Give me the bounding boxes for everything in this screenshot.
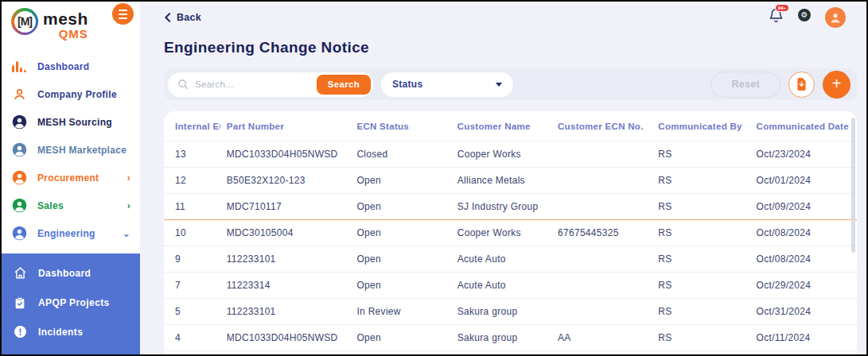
submenu-item-apqp-projects[interactable]: APQP Projects xyxy=(2,288,140,317)
submenu-item-dashboard[interactable]: Dashboard xyxy=(2,258,140,288)
back-button[interactable]: Back xyxy=(164,12,201,23)
table-cell: Oct/31/2024 xyxy=(750,299,857,325)
brand-name: mesh xyxy=(43,10,88,27)
table-row[interactable]: 11MDC710117OpenSJ Industry GroupRSOct/09… xyxy=(164,194,857,220)
sidebar-nav: Dashboard Company Profile MESH Sourcing … xyxy=(2,44,140,247)
person-icon xyxy=(11,114,27,130)
submenu-item-ecn-pcn[interactable]: ~ ECN/PCN xyxy=(2,346,140,356)
table-row[interactable]: 3MDCP11101ClosedSakura group54343436RAOc… xyxy=(164,351,857,355)
notifications-button[interactable]: 99+ xyxy=(769,7,784,27)
table-cell: Open xyxy=(350,168,450,194)
page-title: Engineering Change Notice xyxy=(164,39,857,56)
search-button[interactable]: Search xyxy=(317,75,371,95)
table-header-row: Internal ECN# Part Number ECN Status Cus… xyxy=(164,111,857,141)
menu-toggle-button[interactable] xyxy=(112,3,134,25)
table-row[interactable]: 12B50E32X120-123OpenAlliance MetalsRSOct… xyxy=(164,168,857,194)
table-cell: RS xyxy=(652,141,749,168)
column-header: Internal ECN# xyxy=(164,111,220,141)
caret-down-icon xyxy=(496,83,502,87)
back-label: Back xyxy=(177,12,201,23)
avatar[interactable] xyxy=(825,7,846,28)
export-button[interactable] xyxy=(788,72,815,98)
sidebar-item-mesh-sourcing[interactable]: MESH Sourcing xyxy=(2,108,140,136)
clipboard-check-icon xyxy=(13,296,27,310)
sidebar-header: [M] mesh QMS xyxy=(2,2,140,44)
mesh-logo-icon: [M] xyxy=(11,8,38,35)
sidebar-item-label: Procurement xyxy=(37,172,99,184)
notification-badge: 99+ xyxy=(775,4,789,12)
sidebar-item-dashboard[interactable]: Dashboard xyxy=(2,52,140,80)
table-cell: 13 xyxy=(164,141,220,168)
company-logo-icon[interactable]: ⚙ xyxy=(796,9,813,26)
submenu-item-label: Incidents xyxy=(38,327,83,338)
table-cell: Cooper Works xyxy=(451,220,551,246)
table-cell: Acute Auto xyxy=(451,246,551,273)
table-cell: 4 xyxy=(164,325,220,351)
table-cell: B50E32X120-123 xyxy=(220,168,351,194)
table-row[interactable]: 711223314OpenAcute AutoRSOct/29/2024 xyxy=(164,273,857,299)
table-row[interactable]: 13MDC1033D04H05NWSDClosedCooper WorksRSO… xyxy=(164,141,857,168)
table-cell xyxy=(551,299,652,325)
top-bar: Back 99+ ⚙ xyxy=(164,2,857,25)
table-cell: 9 xyxy=(164,246,220,273)
table-cell: 11 xyxy=(164,194,220,220)
person-icon xyxy=(11,142,27,158)
table-row[interactable]: 4MDC1033D04H05NWSDOpenSakura groupAARSOc… xyxy=(164,325,857,351)
chevron-right-icon: › xyxy=(127,172,130,184)
table-row[interactable]: 9112233101OpenAcute AutoRSOct/08/2024 xyxy=(164,246,857,273)
ecn-table: Internal ECN# Part Number ECN Status Cus… xyxy=(164,111,857,354)
chevron-left-icon xyxy=(164,13,171,22)
table-cell: Sakura group xyxy=(451,351,551,355)
sidebar-item-company-profile[interactable]: Company Profile xyxy=(2,80,140,108)
table-cell: Oct/29/2024 xyxy=(750,273,857,299)
table-cell: Open xyxy=(350,246,450,273)
add-ecn-button[interactable]: + xyxy=(823,71,850,99)
chevron-right-icon: › xyxy=(127,200,130,211)
column-header: Customer Name xyxy=(451,111,551,141)
sidebar-item-label: Sales xyxy=(37,200,64,211)
column-header: Part Number xyxy=(220,111,351,141)
table-cell: Closed xyxy=(350,141,450,168)
chevron-down-icon: ⌄ xyxy=(123,228,130,239)
sidebar-item-procurement[interactable]: Procurement › xyxy=(2,164,140,192)
person-icon xyxy=(11,87,27,103)
submenu-item-label: Dashboard xyxy=(38,268,91,279)
person-icon xyxy=(11,198,27,214)
column-header: Communicated Date xyxy=(750,111,857,141)
sidebar-item-sales[interactable]: Sales › xyxy=(2,192,140,219)
table-cell: MDCP11101 xyxy=(220,351,351,355)
table-cell: MDC30105004 xyxy=(220,220,351,246)
table-cell: Oct/09/2024 xyxy=(750,194,857,220)
sidebar-item-label: MESH Sourcing xyxy=(37,117,112,128)
table-cell: MDC710117 xyxy=(220,194,351,220)
column-header: Customer ECN No. xyxy=(551,111,652,141)
table-cell: 11223314 xyxy=(220,273,351,299)
table-cell: 12 xyxy=(164,168,220,194)
bar-chart-icon xyxy=(11,59,27,75)
sidebar-item-mesh-marketplace[interactable]: MESH Marketplace xyxy=(2,136,140,164)
table-cell: Cooper Works xyxy=(451,141,551,168)
table-cell: Open xyxy=(350,220,450,246)
main-content: Back 99+ ⚙ Engineering Change Notice xyxy=(140,2,866,354)
table-cell: Open xyxy=(350,273,450,299)
table-cell: RS xyxy=(652,168,749,194)
status-dropdown[interactable]: Status xyxy=(381,72,513,97)
submenu-item-incidents[interactable]: Incidents xyxy=(2,317,140,346)
table-scrollbar[interactable] xyxy=(851,118,855,253)
table-cell: Sakura group xyxy=(451,299,551,325)
status-dropdown-label: Status xyxy=(392,79,422,90)
table-cell: RA xyxy=(652,351,749,355)
column-header: ECN Status xyxy=(350,111,450,141)
sidebar-item-engineering[interactable]: Engineering ⌄ xyxy=(2,219,140,247)
sidebar-item-label: MESH Marketplace xyxy=(37,145,127,156)
brand-sub: QMS xyxy=(43,28,88,40)
search-input[interactable] xyxy=(195,79,310,89)
reset-button[interactable]: Reset xyxy=(710,72,780,98)
table-cell: Sakura group xyxy=(451,325,551,351)
table-row[interactable]: 10MDC30105004OpenCooper Works67675445325… xyxy=(164,220,857,246)
table-cell: 3 xyxy=(164,351,220,355)
sidebar-item-label: Company Profile xyxy=(37,89,117,100)
table-row[interactable]: 5112233101In ReviewSakura groupRSOct/31/… xyxy=(164,299,857,325)
table-cell: SJ Industry Group xyxy=(451,194,551,220)
table-cell: Oct/11/2024 xyxy=(750,325,857,351)
